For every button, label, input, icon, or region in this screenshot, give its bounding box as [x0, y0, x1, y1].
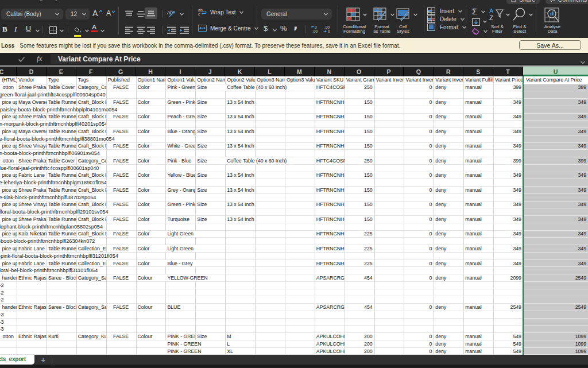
cell-S14[interactable]: manual	[463, 172, 493, 179]
cell-S38[interactable]: manual	[463, 348, 493, 355]
cell-H26[interactable]: Color	[136, 260, 166, 267]
cell-T36[interactable]: 549	[493, 333, 523, 340]
cell-Q24[interactable]: 0	[404, 245, 434, 252]
cell-O26[interactable]: 225	[345, 260, 374, 267]
cell-C14[interactable]: pice up	[0, 172, 17, 179]
cell-N12[interactable]: HFTC4COSPPL	[315, 157, 345, 164]
cell-I26[interactable]: Blue - Grey	[165, 260, 225, 267]
cell-O12[interactable]: 250	[345, 157, 374, 164]
format-as-table-button[interactable]	[373, 7, 388, 24]
cell-C5[interactable]: -paisley-boota-block-printhftrncnhbplpl0…	[0, 106, 136, 113]
cell-L1[interactable]: Option3 Name	[255, 76, 285, 84]
cell-Q22[interactable]: 0	[404, 231, 434, 238]
cell-N2[interactable]: HFTC4COSPPL	[315, 84, 345, 91]
cell-K6[interactable]: 13 x 54 Inch	[225, 114, 255, 121]
cell-H6[interactable]: Color	[136, 114, 166, 121]
cell-E16[interactable]: Table Runner	[47, 187, 76, 193]
cell-N26[interactable]: HFTRNCNHBP	[315, 260, 345, 267]
cell-G22[interactable]: FALSE	[106, 231, 136, 238]
cell-G18[interactable]: FALSE	[106, 202, 136, 208]
cell-U6[interactable]: 349	[524, 114, 588, 121]
cell-N28[interactable]: APSARCRGB	[315, 274, 345, 281]
cell-G8[interactable]: FALSE	[106, 128, 136, 135]
cell-D28[interactable]: Ethnic Rajasthan	[17, 274, 47, 281]
cell-D10[interactable]: Shree Vinayak	[17, 143, 47, 150]
cell-C10[interactable]: pice up	[0, 143, 17, 150]
autosum-button[interactable]: Σ	[472, 7, 477, 16]
delete-cells-button[interactable]: Delete	[427, 16, 465, 23]
formula-input[interactable]: Variant Compare At Price	[51, 54, 588, 64]
column-header-P[interactable]: P	[374, 67, 404, 76]
cell-R16[interactable]: deny	[434, 187, 463, 193]
cell-F28[interactable]: Category_Saree	[76, 274, 106, 281]
cell-D32[interactable]: Ethnic Rajasthan	[17, 304, 47, 311]
cell-O18[interactable]: 150	[345, 202, 374, 208]
cell-O16[interactable]: 150	[345, 187, 374, 193]
cell-K10[interactable]: 13 x 54 Inch	[225, 143, 255, 150]
cell-K8[interactable]: 13 x 54 Inch	[225, 128, 255, 135]
increase-decimal-button[interactable]: 0.00	[311, 25, 319, 36]
cell-O2[interactable]: 250	[345, 84, 374, 91]
column-header-E[interactable]: E	[47, 67, 76, 76]
cell-T8[interactable]: 349	[493, 128, 523, 135]
cell-H24[interactable]: Color	[136, 245, 166, 252]
column-header-Q[interactable]: Q	[404, 67, 434, 76]
cell-E2[interactable]: Table Cover In	[47, 84, 76, 91]
cell-G14[interactable]: FALSE	[106, 172, 136, 179]
cell-R14[interactable]: deny	[434, 172, 463, 179]
cell-U22[interactable]: 349	[524, 231, 588, 238]
cell-J16[interactable]: Size	[195, 187, 225, 193]
insert-cells-button[interactable]: Insert	[427, 7, 463, 15]
cell-U4[interactable]: 349	[524, 99, 588, 106]
cell-U38[interactable]: 1099	[524, 348, 588, 355]
cell-Q2[interactable]: 0	[404, 84, 434, 91]
cell-T22[interactable]: 349	[493, 231, 523, 238]
cell-F22[interactable]: Craft_Block Print	[76, 231, 106, 238]
save-as-button[interactable]: Save As...	[519, 40, 581, 50]
cell-S1[interactable]: Variant Fulfillment Service	[463, 76, 493, 84]
comma-format-button[interactable]: ,	[293, 18, 298, 32]
cell-F18[interactable]: Craft_Block Print	[76, 202, 106, 208]
cell-Q36[interactable]: 0	[404, 333, 434, 340]
comments-button[interactable]: Comments	[546, 0, 588, 4]
cell-I2[interactable]: Pink - Green	[165, 84, 195, 91]
cell-Q16[interactable]: 0	[404, 187, 434, 193]
cell-N6[interactable]: HFTRNCNHBP	[315, 114, 345, 121]
cell-F14[interactable]: Craft_Block Print	[76, 172, 106, 179]
cell-R10[interactable]: deny	[434, 143, 463, 150]
cell-J8[interactable]: Size	[195, 128, 225, 135]
cell-O6[interactable]: 150	[345, 114, 374, 121]
cell-N1[interactable]: Variant SKU	[315, 76, 345, 84]
cell-C28[interactable]: hander	[0, 274, 17, 281]
cell-N14[interactable]: HFTRNCNHBP	[315, 172, 345, 179]
cell-C26[interactable]: pice up	[0, 260, 17, 267]
cell-C19[interactable]: floral-boota-block-printhftrncnhbplfl291…	[0, 208, 136, 215]
add-sheet-button[interactable]: +	[38, 355, 48, 365]
increase-font-size-button[interactable]: A	[92, 9, 103, 19]
cell-I8[interactable]: Blue - Orange	[165, 128, 195, 135]
cell-J4[interactable]: Size	[195, 99, 225, 106]
cell-D8[interactable]: Maya Overseas	[17, 128, 47, 135]
cell-U36[interactable]: 1099	[524, 333, 588, 340]
align-center-button[interactable]	[137, 26, 145, 36]
cell-Q6[interactable]: 0	[404, 114, 434, 121]
cell-I10[interactable]: White - Green	[165, 143, 195, 150]
cell-K12[interactable]: Coffee Table (40 x 60 Inch)	[225, 157, 315, 164]
cell-I22[interactable]: Light Green	[165, 231, 225, 238]
cell-D14[interactable]: Fabric Lane	[17, 172, 47, 179]
cell-D12[interactable]: Shree Prakash	[17, 157, 47, 164]
cell-G26[interactable]: FALSE	[106, 260, 136, 267]
cell-F16[interactable]: Craft_Block Print	[76, 187, 106, 193]
cell-O36[interactable]: 200	[345, 333, 374, 340]
cell-O38[interactable]: 200	[345, 348, 374, 355]
cell-C8[interactable]: pice up	[0, 128, 17, 135]
cell-C16[interactable]: pice up	[0, 187, 17, 193]
cell-N36[interactable]: APKULCOHBI	[315, 333, 345, 340]
cell-Q14[interactable]: 0	[404, 172, 434, 179]
font-name-select[interactable]: Calibri (Body)	[1, 9, 63, 20]
cell-Q4[interactable]: 0	[404, 99, 434, 106]
cell-S20[interactable]: manual	[463, 216, 493, 223]
cell-S28[interactable]: manual	[463, 274, 493, 281]
cell-R38[interactable]: deny	[434, 348, 463, 355]
cell-O28[interactable]: 454	[345, 274, 374, 281]
